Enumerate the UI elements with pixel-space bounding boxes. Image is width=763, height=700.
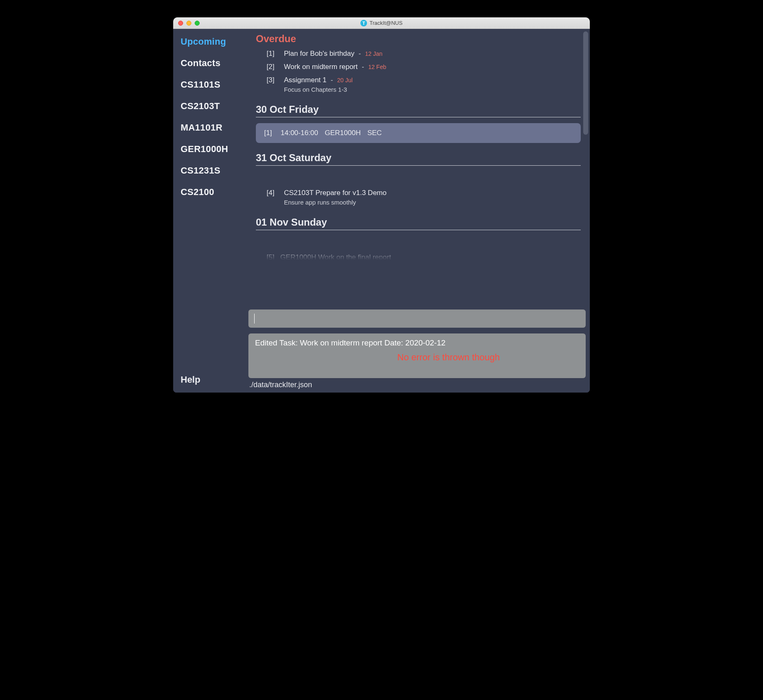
io-panels: Edited Task: Work on midterm report Date… bbox=[248, 310, 590, 378]
sidebar-item-cs1101s[interactable]: CS1101S bbox=[181, 79, 243, 90]
divider bbox=[256, 230, 581, 230]
result-display: Edited Task: Work on midterm report Date… bbox=[248, 333, 586, 378]
status-path: ./data/trackIter.json bbox=[249, 381, 312, 389]
scrollbar-thumb[interactable] bbox=[583, 31, 588, 135]
section-title-day: 31 Oct Saturday bbox=[256, 152, 581, 164]
task-title: CS2103T Prepare for v1.3 Demo bbox=[284, 189, 386, 197]
titlebar: T TrackIt@NUS bbox=[173, 17, 590, 29]
section-title-day: 30 Oct Friday bbox=[256, 104, 581, 115]
task-index: [1] bbox=[267, 50, 278, 58]
command-input[interactable] bbox=[248, 310, 586, 328]
window-controls bbox=[173, 21, 200, 26]
task-index: [5] bbox=[267, 253, 274, 260]
sidebar-item-contacts[interactable]: Contacts bbox=[181, 58, 243, 69]
task-index: [4] bbox=[267, 189, 278, 197]
lesson-card[interactable]: [1] 14:00-16:00 GER1000H SEC bbox=[256, 123, 581, 143]
help-button[interactable]: Help bbox=[181, 374, 200, 385]
annotation-callout: No error is thrown though bbox=[397, 352, 505, 364]
separator: - bbox=[359, 50, 361, 58]
result-text: Edited Task: Work on midterm report Date… bbox=[255, 338, 446, 347]
lesson-time: 14:00-16:00 bbox=[281, 129, 318, 137]
task-title: Plan for Bob's birthday bbox=[284, 50, 355, 58]
task-title: Assignment 1 bbox=[284, 76, 327, 84]
section-title-day: 01 Nov Sunday bbox=[256, 217, 581, 228]
separator: - bbox=[331, 76, 333, 84]
task-subtitle: Ensure app runs smoothly bbox=[284, 199, 581, 206]
task-date: 12 Feb bbox=[368, 64, 386, 70]
sidebar-item-ger1000h[interactable]: GER1000H bbox=[181, 144, 243, 155]
task-row-truncated[interactable]: [5] GER1000H Work on the final report bbox=[256, 250, 581, 260]
task-row[interactable]: [4] CS2103T Prepare for v1.3 Demo Ensure… bbox=[256, 186, 581, 207]
lesson-index: [1] bbox=[264, 129, 274, 137]
close-icon[interactable] bbox=[178, 21, 183, 26]
sidebar: Upcoming Contacts CS1101S CS2103T MA1101… bbox=[173, 29, 248, 393]
sidebar-item-cs2103t[interactable]: CS2103T bbox=[181, 101, 243, 112]
sidebar-item-upcoming[interactable]: Upcoming bbox=[181, 36, 243, 47]
lesson-type: SEC bbox=[367, 129, 382, 137]
task-index: [3] bbox=[267, 76, 278, 84]
task-row[interactable]: [2] Work on midterm report - 12 Feb bbox=[256, 60, 581, 73]
task-date: 20 Jul bbox=[337, 77, 353, 83]
lesson-module: GER1000H bbox=[325, 129, 361, 137]
divider bbox=[256, 117, 581, 117]
task-row[interactable]: [3] Assignment 1 - 20 Jul Focus on Chapt… bbox=[256, 73, 581, 95]
task-subtitle: Focus on Chapters 1-3 bbox=[284, 86, 581, 93]
maximize-icon[interactable] bbox=[195, 21, 200, 26]
task-title: Work on midterm report bbox=[284, 63, 358, 71]
text-caret bbox=[254, 314, 255, 324]
separator: - bbox=[362, 63, 364, 71]
task-index: [2] bbox=[267, 63, 278, 71]
status-bar: ./data/trackIter.json bbox=[248, 378, 590, 393]
minimize-icon[interactable] bbox=[186, 21, 191, 26]
task-date: 12 Jan bbox=[365, 50, 382, 57]
section-title-overdue: Overdue bbox=[256, 33, 581, 45]
task-title: GER1000H Work on the final report bbox=[280, 253, 391, 260]
window-title: TrackIt@NUS bbox=[370, 20, 403, 26]
app-window: T TrackIt@NUS Upcoming Contacts CS1101S … bbox=[173, 17, 590, 393]
sidebar-item-cs2100[interactable]: CS2100 bbox=[181, 187, 243, 198]
content-scroll[interactable]: Overdue [1] Plan for Bob's birthday - 12… bbox=[248, 29, 590, 310]
main-panel: Overdue [1] Plan for Bob's birthday - 12… bbox=[248, 29, 590, 393]
app-icon: T bbox=[360, 20, 367, 26]
divider bbox=[256, 165, 581, 166]
task-row[interactable]: [1] Plan for Bob's birthday - 12 Jan bbox=[256, 46, 581, 60]
sidebar-item-cs1231s[interactable]: CS1231S bbox=[181, 165, 243, 176]
sidebar-item-ma1101r[interactable]: MA1101R bbox=[181, 122, 243, 133]
